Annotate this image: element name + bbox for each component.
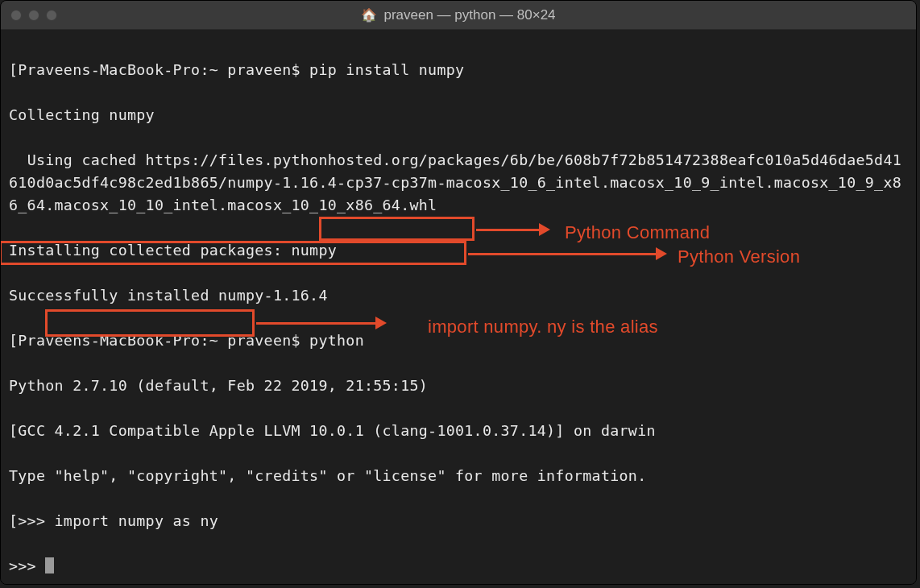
shell-prompt: [Praveens-MacBook-Pro:~ praveen$ xyxy=(9,61,309,78)
python-command: import numpy as ny xyxy=(55,512,219,529)
shell-command: python xyxy=(309,332,364,349)
terminal-line: Type "help", "copyright", "credits" or "… xyxy=(9,465,908,487)
annotation-arrow xyxy=(476,229,541,231)
terminal-line: Installing collected packages: numpy xyxy=(9,239,908,262)
close-icon[interactable] xyxy=(10,10,22,21)
shell-prompt: [Praveens-MacBook-Pro:~ praveen$ xyxy=(9,332,309,349)
shell-command: pip install numpy xyxy=(309,61,464,78)
home-icon: 🏠 xyxy=(361,7,377,23)
terminal-line: [>>> import numpy as ny xyxy=(9,510,908,532)
minimize-icon[interactable] xyxy=(28,10,39,21)
arrow-head-icon xyxy=(539,223,550,236)
window-title: 🏠 praveen — python — 80×24 xyxy=(361,7,555,23)
terminal-line: Using cached https://files.pythonhosted.… xyxy=(9,149,908,217)
python-prompt: [>>> xyxy=(9,512,55,529)
terminal-line: [GCC 4.2.1 Compatible Apple LLVM 10.0.1 … xyxy=(9,420,908,442)
annotation-box xyxy=(319,217,475,241)
terminal-line: >>> xyxy=(9,555,908,578)
annotation-arrow xyxy=(256,322,377,325)
terminal-body[interactable]: [Praveens-MacBook-Pro:~ praveen$ pip ins… xyxy=(1,30,916,584)
window-title-text: praveen — python — 80×24 xyxy=(383,7,555,23)
maximize-icon[interactable] xyxy=(46,10,57,21)
titlebar[interactable]: 🏠 praveen — python — 80×24 xyxy=(1,1,916,30)
cursor-icon xyxy=(45,557,54,574)
terminal-line: [Praveens-MacBook-Pro:~ praveen$ python xyxy=(9,329,908,352)
terminal-line: Successfully installed numpy-1.16.4 xyxy=(9,284,908,307)
terminal-window: 🏠 praveen — python — 80×24 [Praveens-Mac… xyxy=(0,0,917,585)
arrow-head-icon xyxy=(375,317,387,329)
python-prompt: >>> xyxy=(9,557,45,574)
terminal-line: Collecting numpy xyxy=(9,104,908,126)
terminal-line: Python 2.7.10 (default, Feb 22 2019, 21:… xyxy=(9,375,908,397)
terminal-line: [Praveens-MacBook-Pro:~ praveen$ pip ins… xyxy=(9,59,908,81)
traffic-lights xyxy=(10,10,57,21)
